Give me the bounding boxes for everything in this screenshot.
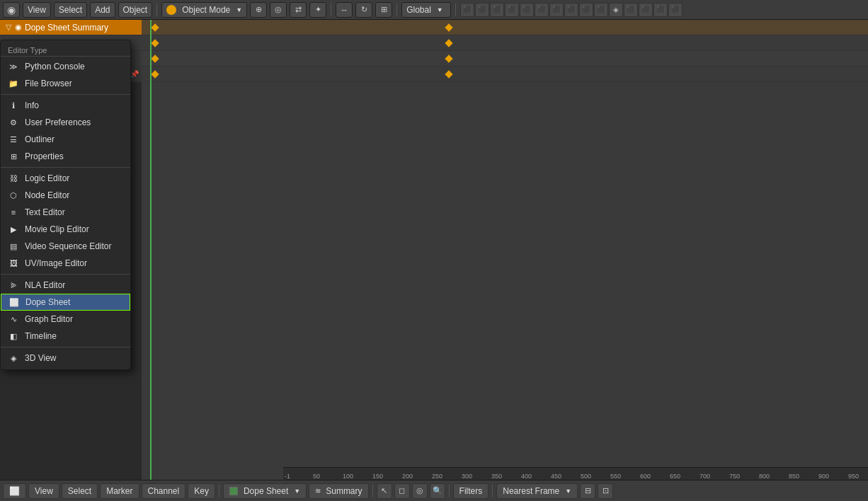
menu-item-text-editor[interactable]: ≡ Text Editor bbox=[1, 204, 130, 221]
render-btn2[interactable]: ⬛ bbox=[475, 3, 489, 17]
menu-item-info[interactable]: ℹ Info bbox=[1, 97, 130, 114]
sep1 bbox=[156, 4, 157, 16]
channel-row-summary[interactable]: ▽ ◉ Dope Sheet Summary bbox=[0, 20, 142, 35]
render-btn4[interactable]: ⬛ bbox=[505, 3, 519, 17]
ruler-mark-100: 100 bbox=[343, 473, 353, 480]
bottom-marker-menu[interactable]: Marker bbox=[100, 483, 139, 499]
summary-icon: ≋ bbox=[315, 487, 321, 495]
menu-item-file-browser[interactable]: 📁 File Browser bbox=[1, 75, 130, 92]
menu-item-outliner[interactable]: ☰ Outliner bbox=[1, 131, 130, 148]
nearest-frame-label: Nearest Frame bbox=[503, 486, 559, 496]
keyframe-3b[interactable] bbox=[445, 70, 452, 78]
rotate-btn[interactable]: ↻ bbox=[355, 2, 372, 18]
render-btn7[interactable]: ⬛ bbox=[549, 3, 564, 17]
keyframe-0a[interactable] bbox=[151, 23, 159, 31]
bottom-view-menu[interactable]: View bbox=[28, 483, 59, 499]
filters-btn[interactable]: Filters bbox=[453, 483, 489, 499]
global-label: Global bbox=[406, 5, 431, 15]
menu-item-graph-editor[interactable]: ∿ Graph Editor bbox=[1, 311, 130, 328]
bottom-marker-label: Marker bbox=[106, 486, 132, 496]
mode-dropdown-arrow: ▼ bbox=[294, 488, 300, 495]
menu-item-nla-editor[interactable]: ⫸ NLA Editor bbox=[1, 277, 130, 294]
nla-editor-label: NLA Editor bbox=[25, 280, 65, 290]
mode-dropdown-btn[interactable]: Dope Sheet ▼ bbox=[223, 483, 307, 499]
bottom-select-menu[interactable]: Select bbox=[62, 483, 98, 499]
ruler-mark-550: 550 bbox=[610, 473, 621, 480]
outliner-label: Outliner bbox=[25, 134, 55, 144]
box-select-btn[interactable]: ◻ bbox=[394, 483, 410, 499]
ruler-mark-750: 750 bbox=[729, 473, 740, 480]
render-btn9[interactable]: ⬛ bbox=[579, 3, 593, 17]
menu-item-properties[interactable]: ⊞ Properties bbox=[1, 148, 130, 165]
extra-btn1[interactable]: ⊟ bbox=[580, 483, 595, 499]
transform-btn2[interactable]: ⇄ bbox=[290, 2, 307, 18]
keyframe-row-2 bbox=[142, 51, 868, 67]
bottom-key-menu[interactable]: Key bbox=[188, 483, 215, 499]
scale-btn[interactable]: ⊞ bbox=[375, 2, 392, 18]
bottom-sep1 bbox=[219, 485, 219, 497]
menu-item-uv-image-editor[interactable]: 🖼 UV/Image Editor bbox=[1, 255, 130, 272]
nla-editor-icon: ⫸ bbox=[8, 280, 19, 291]
zoom-btn[interactable]: 🔍 bbox=[430, 483, 445, 499]
menu-item-user-preferences[interactable]: ⚙ User Preferences bbox=[1, 114, 130, 131]
add-menu[interactable]: Add bbox=[90, 2, 115, 18]
summary-btn[interactable]: ≋ Summary bbox=[309, 483, 368, 499]
bottom-sep3 bbox=[449, 485, 450, 497]
keyframe-2a[interactable] bbox=[151, 54, 159, 62]
ruler[interactable]: -1 50 100 150 200 250 300 350 400 450 50… bbox=[283, 467, 868, 480]
info-label: Info bbox=[25, 100, 39, 110]
bottom-editor-icon-btn[interactable]: ⬜ bbox=[3, 483, 26, 499]
render-btn13[interactable]: ⬛ bbox=[639, 3, 653, 17]
object-menu-label: Object bbox=[123, 5, 148, 15]
nearest-frame-dropdown[interactable]: Nearest Frame ▼ bbox=[496, 483, 578, 499]
object-menu[interactable]: Object bbox=[118, 2, 153, 18]
3d-view-label: 3D View bbox=[25, 353, 56, 363]
mode-dropdown[interactable]: Object Mode ▼ bbox=[161, 2, 247, 18]
global-dropdown[interactable]: Global ▼ bbox=[401, 2, 451, 18]
extra-btn2[interactable]: ⊡ bbox=[598, 483, 613, 499]
transform-btn1[interactable]: ◎ bbox=[270, 2, 287, 18]
view-menu-label: View bbox=[28, 5, 46, 15]
editor-switcher-icon[interactable]: ◉ bbox=[3, 2, 20, 18]
keyframe-1a[interactable] bbox=[151, 39, 159, 47]
pivot-btn[interactable]: ⊕ bbox=[250, 2, 267, 18]
menu-item-movie-clip-editor[interactable]: ▶ Movie Clip Editor bbox=[1, 221, 130, 238]
translate-btn[interactable]: ↔ bbox=[336, 2, 353, 18]
circle-select-btn[interactable]: ◎ bbox=[412, 483, 428, 499]
view-menu[interactable]: View bbox=[23, 2, 51, 18]
render-btn3[interactable]: ⬛ bbox=[490, 3, 504, 17]
mode-dropdown-label: Dope Sheet bbox=[244, 486, 288, 496]
menu-item-dope-sheet[interactable]: ⬜ Dope Sheet bbox=[1, 294, 130, 311]
editor-type-menu: Editor Type ≫ Python Console 📁 File Brow… bbox=[0, 40, 131, 370]
render-btn15[interactable]: ⬛ bbox=[668, 3, 683, 17]
info-icon: ℹ bbox=[8, 100, 19, 111]
render-btn1[interactable]: ⬛ bbox=[460, 3, 474, 17]
render-btn10[interactable]: ⬛ bbox=[594, 3, 608, 17]
render-btn12[interactable]: ⬛ bbox=[624, 3, 638, 17]
filters-label: Filters bbox=[459, 486, 483, 496]
snap-btn[interactable]: ✦ bbox=[309, 2, 326, 18]
select-menu[interactable]: Select bbox=[54, 2, 87, 18]
timeline-area[interactable]: // We'll draw with CSS positions instead… bbox=[142, 20, 868, 480]
graph-editor-icon: ∿ bbox=[8, 313, 19, 325]
keyframe-1b[interactable] bbox=[445, 39, 452, 47]
render-btn14[interactable]: ⬛ bbox=[653, 3, 668, 17]
keyframe-0b[interactable] bbox=[445, 23, 452, 31]
keyframe-2b[interactable] bbox=[445, 54, 452, 62]
menu-item-python-console[interactable]: ≫ Python Console bbox=[1, 58, 130, 75]
render-btn5[interactable]: ⬛ bbox=[520, 3, 534, 17]
menu-item-logic-editor[interactable]: ⛓ Logic Editor bbox=[1, 170, 130, 187]
ruler-mark-250: 250 bbox=[432, 473, 442, 480]
cursor-select-btn[interactable]: ↖ bbox=[377, 483, 392, 499]
keyframe-3a[interactable] bbox=[151, 70, 159, 78]
menu-item-timeline[interactable]: ◧ Timeline bbox=[1, 328, 130, 345]
menu-item-3d-view[interactable]: ◈ 3D View bbox=[1, 350, 130, 367]
bottom-channel-menu[interactable]: Channel bbox=[142, 483, 186, 499]
file-browser-icon: 📁 bbox=[8, 78, 19, 89]
menu-item-video-seq-editor[interactable]: ▤ Video Sequence Editor bbox=[1, 238, 130, 255]
render-btn11[interactable]: ◈ bbox=[609, 3, 623, 17]
ruler-mark-650: 650 bbox=[670, 473, 680, 480]
menu-item-node-editor[interactable]: ⬡ Node Editor bbox=[1, 187, 130, 204]
render-btn6[interactable]: ⬛ bbox=[535, 3, 549, 17]
render-btn8[interactable]: ⬛ bbox=[564, 3, 578, 17]
